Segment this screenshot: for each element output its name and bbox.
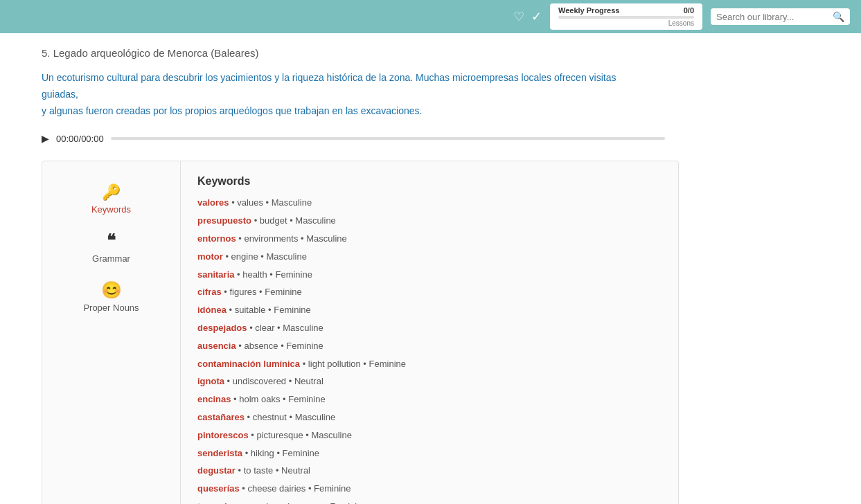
search-input[interactable] xyxy=(716,12,833,22)
search-box[interactable]: 🔍 xyxy=(711,8,850,25)
keyword-row: valores • values • Masculine xyxy=(197,196,662,210)
keyword-translation: • clear • Masculine xyxy=(247,323,323,333)
keyword-translation: • hiking • Feminine xyxy=(242,448,319,458)
keyword-translation: • light pollution • Feminine xyxy=(300,359,406,369)
keyword-row: encinas • holm oaks • Feminine xyxy=(197,393,662,407)
progress-value: 0/0 xyxy=(684,6,694,15)
keyword-translation: • environments • Masculine xyxy=(236,233,347,244)
keyword-spanish: idónea xyxy=(197,305,227,315)
keyword-row: ausencia • absence • Feminine xyxy=(197,339,662,354)
keyword-spanish: travesías xyxy=(197,501,236,504)
keyword-translation: • chestnut • Masculine xyxy=(245,412,335,422)
keyword-spanish: motor xyxy=(197,251,223,262)
keyword-spanish: cifras xyxy=(197,287,222,297)
keyword-translation: • picturesque • Masculine xyxy=(249,430,352,440)
keyword-row: cifras • figures • Feminine xyxy=(197,285,662,300)
keyword-spanish: valores xyxy=(197,197,229,208)
keyword-spanish: castañares xyxy=(197,412,245,422)
keyword-row: sanitaria • health • Feminine xyxy=(197,268,662,282)
keyword-translation: • crossings, journeys • Feminine xyxy=(236,501,366,504)
keyword-row: pintorescos • picturesque • Masculine xyxy=(197,429,662,443)
lesson-paragraph: Un ecoturismo cultural para descubrir lo… xyxy=(42,70,651,119)
keyword-translation: • health • Feminine xyxy=(234,269,312,280)
sidebar-item-keywords[interactable]: 🔑 Keywords xyxy=(53,178,169,220)
header: ♡ ✓ Weekly Progress 0/0 Lessons 🔍 xyxy=(0,0,861,33)
keyword-spanish: encinas xyxy=(197,394,231,404)
sidebar-item-proper-nouns[interactable]: 😊 Proper Nouns xyxy=(53,275,169,318)
sidebar-nav: 🔑 Keywords ❝ Grammar 😊 Proper Nouns xyxy=(42,161,181,504)
progress-bar-track xyxy=(558,16,694,19)
keywords-content: Keywords valores • values • Masculinepre… xyxy=(181,161,678,504)
keyword-spanish: degustar xyxy=(197,465,236,476)
lesson-number: 5. xyxy=(42,47,51,59)
lesson-heading: Legado arqueológico de Menorca (Baleares… xyxy=(53,47,259,59)
keyword-translation: • budget • Masculine xyxy=(251,215,336,226)
paragraph-line1: Un ecoturismo cultural para descubrir lo… xyxy=(42,72,616,100)
paragraph-line2: y algunas fueron creadas por los propios… xyxy=(42,105,422,116)
play-button[interactable]: ▶ xyxy=(42,133,49,144)
audio-player: ▶ 00:00/00:00 xyxy=(42,133,665,144)
keyword-row: castañares • chestnut • Masculine xyxy=(197,411,662,425)
keyword-row: senderista • hiking • Feminine xyxy=(197,447,662,461)
check-circle-icon[interactable]: ✓ xyxy=(531,9,542,24)
keyword-row: queserías • cheese dairies • Feminine xyxy=(197,482,662,496)
keywords-panel: 🔑 Keywords ❝ Grammar 😊 Proper Nouns Keyw… xyxy=(42,161,679,504)
grammar-nav-label: Grammar xyxy=(92,253,130,264)
keyword-translation: • figures • Feminine xyxy=(222,287,302,297)
keyword-spanish: presupuesto xyxy=(197,215,251,226)
proper-nouns-nav-label: Proper Nouns xyxy=(83,303,139,313)
keyword-list: valores • values • Masculinepresupuesto … xyxy=(197,196,662,504)
audio-time: 00:00/00:00 xyxy=(56,134,104,144)
keyword-row: ignota • undiscovered • Neutral xyxy=(197,375,662,389)
keyword-translation: • values • Masculine xyxy=(229,197,312,208)
audio-track[interactable] xyxy=(111,137,665,140)
keyword-translation: • suitable • Feminine xyxy=(227,305,311,315)
search-icon: 🔍 xyxy=(833,11,844,22)
keyword-translation: • to taste • Neutral xyxy=(236,465,310,476)
keyword-row: entornos • environments • Masculine xyxy=(197,232,662,246)
lesson-title: 5. Legado arqueológico de Menorca (Balea… xyxy=(42,47,819,59)
progress-box: Weekly Progress 0/0 Lessons xyxy=(550,3,702,30)
keyword-row: idónea • suitable • Feminine xyxy=(197,303,662,318)
keyword-row: motor • engine • Masculine xyxy=(197,250,662,264)
keywords-nav-label: Keywords xyxy=(91,204,131,215)
keyword-row: degustar • to taste • Neutral xyxy=(197,464,662,478)
main-content: 5. Legado arqueológico de Menorca (Balea… xyxy=(0,33,861,504)
keyword-spanish: entornos xyxy=(197,233,236,244)
keyword-translation: • holm oaks • Feminine xyxy=(231,394,325,404)
heart-icon[interactable]: ♡ xyxy=(513,9,524,24)
keyword-spanish: sanitaria xyxy=(197,269,234,280)
grammar-icon: ❝ xyxy=(107,231,116,251)
keyword-row: contaminación lumínica • light pollution… xyxy=(197,357,662,372)
proper-nouns-icon: 😊 xyxy=(101,280,122,300)
progress-lessons-label: Lessons xyxy=(668,19,694,27)
keyword-translation: • absence • Feminine xyxy=(236,341,323,351)
sidebar-item-grammar[interactable]: ❝ Grammar xyxy=(53,226,169,269)
keyword-spanish: queserías xyxy=(197,483,240,494)
keyword-spanish: ausencia xyxy=(197,341,236,351)
keyword-spanish: senderista xyxy=(197,448,242,458)
keyword-spanish: pintorescos xyxy=(197,430,249,440)
keyword-spanish: despejados xyxy=(197,323,247,333)
keyword-row: presupuesto • budget • Masculine xyxy=(197,214,662,228)
key-icon: 🔑 xyxy=(102,183,121,201)
progress-label: Weekly Progress xyxy=(558,6,619,15)
keyword-row: despejados • clear • Masculine xyxy=(197,321,662,336)
keyword-translation: • cheese dairies • Feminine xyxy=(240,483,351,494)
keyword-translation: • undiscovered • Neutral xyxy=(224,376,323,386)
header-icons: ♡ ✓ xyxy=(513,9,542,24)
keyword-spanish: ignota xyxy=(197,376,224,386)
keyword-spanish: contaminación lumínica xyxy=(197,359,300,369)
keywords-heading: Keywords xyxy=(197,175,662,188)
keyword-row: travesías • crossings, journeys • Femini… xyxy=(197,500,662,504)
keyword-translation: • engine • Masculine xyxy=(223,251,307,262)
